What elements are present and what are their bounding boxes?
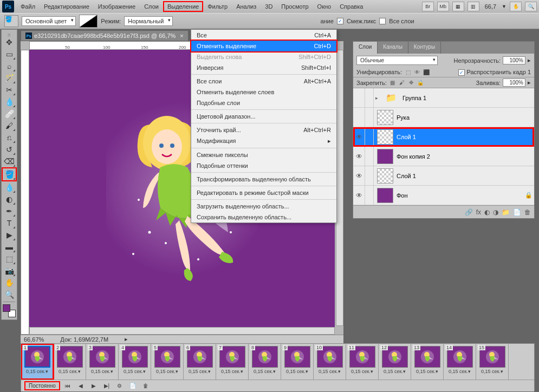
vertical-scrollbar[interactable] <box>336 50 343 326</box>
new-layer-icon[interactable]: 📄 <box>513 208 521 216</box>
opacity-input[interactable]: 100% <box>503 56 525 64</box>
visibility-toggle[interactable]: 👁 <box>353 147 365 166</box>
path-select-tool[interactable]: ▶ <box>3 229 16 241</box>
animation-frame[interactable]: 80,15 сек.▾ <box>249 344 281 380</box>
layer-name[interactable]: Фон копия 2 <box>397 153 534 160</box>
opacity-arrow-icon[interactable]: ▸ <box>528 57 531 64</box>
document-tab[interactable]: Ps e3210291db7caae998bd548e5b91e7f3.psd … <box>21 30 189 41</box>
color-swatches[interactable] <box>3 304 16 317</box>
menu-item[interactable]: Уточнить край...Alt+Ctrl+R <box>191 125 336 135</box>
marquee-tool[interactable]: ▭ <box>3 48 16 60</box>
all-layers-checkbox[interactable] <box>379 18 386 24</box>
zoom-status[interactable]: 66,67% <box>24 336 44 343</box>
prev-frame-button[interactable]: ◀ <box>75 382 86 390</box>
history-brush-tool[interactable]: ↺ <box>3 143 16 155</box>
close-tab-icon[interactable]: × <box>180 32 183 39</box>
link-col[interactable] <box>365 166 374 185</box>
visibility-toggle[interactable]: 👁 <box>353 127 365 146</box>
menu-просмотр[interactable]: Просмотр <box>277 1 313 12</box>
unify-visibility-icon[interactable]: 👁 <box>413 68 421 76</box>
menu-редактирование[interactable]: Редактирование <box>40 1 94 12</box>
play-button[interactable]: ▶ <box>88 382 99 390</box>
layer-row[interactable]: 👁Фон🔒 <box>353 186 534 205</box>
delete-frame-button[interactable]: 🗑 <box>140 382 151 390</box>
menu-item[interactable]: Редактировать в режиме быстрой маски <box>191 187 336 198</box>
frame-delay[interactable]: 0,15 сек.▾ <box>319 369 341 374</box>
layer-thumbnail[interactable] <box>377 110 393 125</box>
menu-item[interactable]: Отменить выделение слоев <box>191 87 336 97</box>
layer-name[interactable]: Слой 1 <box>397 134 534 140</box>
menu-фильтр[interactable]: Фильтр <box>203 1 232 12</box>
link-col[interactable] <box>365 127 374 146</box>
blur-tool[interactable]: 💧 <box>3 181 16 193</box>
layer-thumbnail[interactable] <box>377 129 393 145</box>
first-frame-button[interactable]: ⏮ <box>62 382 73 390</box>
next-frame-button[interactable]: ▶| <box>101 382 112 390</box>
layer-row[interactable]: ▸📁Группа 1 <box>353 88 534 108</box>
visibility-toggle[interactable]: 👁 <box>353 186 365 205</box>
animation-frame[interactable]: 20,15 сек.▾ <box>54 344 86 380</box>
contiguous-checkbox[interactable]: ✓ <box>337 18 343 24</box>
layer-name[interactable]: Группа 1 <box>402 95 534 101</box>
menu-изображение[interactable]: Изображение <box>94 1 140 12</box>
clone-stamp-tool[interactable]: ⎌ <box>3 132 16 143</box>
menu-справка[interactable]: Справка <box>335 1 367 12</box>
layer-thumbnail[interactable] <box>377 188 393 203</box>
animation-frame[interactable]: 60,15 сек.▾ <box>184 344 216 380</box>
frame-delay[interactable]: 0,15 сек.▾ <box>286 369 308 374</box>
animation-frame[interactable]: 90,15 сек.▾ <box>281 344 314 380</box>
tab-layers[interactable]: Слои <box>353 42 378 54</box>
frame-delay[interactable]: 0,15 сек.▾ <box>59 369 81 374</box>
layer-thumbnail[interactable] <box>377 149 393 164</box>
tab-channels[interactable]: Каналы <box>378 42 408 54</box>
menu-item[interactable]: Трансформировать выделенную область <box>191 174 336 185</box>
menu-item[interactable]: Сохранить выделенную область... <box>191 212 336 223</box>
arrange-button[interactable]: ▥ <box>467 2 479 11</box>
lock-position-icon[interactable]: ✥ <box>407 79 415 87</box>
ruler-vertical[interactable] <box>21 50 29 335</box>
animation-frame[interactable]: 70,15 сек.▾ <box>216 344 249 380</box>
menu-item[interactable]: Смежные пикселы <box>191 149 336 160</box>
animation-frame[interactable]: 140,15 сек.▾ <box>444 344 476 380</box>
menu-слои[interactable]: Слои <box>140 1 163 12</box>
animation-frame[interactable]: 30,15 сек.▾ <box>86 344 119 380</box>
animation-frame[interactable]: 40,15 сек.▾ <box>119 344 151 380</box>
brush-tool[interactable]: 🖌 <box>3 120 16 132</box>
frame-delay[interactable]: 0,15 сек.▾ <box>124 369 146 374</box>
3d-tool[interactable]: ⬚ <box>3 253 16 265</box>
fill-input[interactable]: 100% <box>503 79 525 87</box>
type-tool[interactable]: T <box>3 217 16 229</box>
crop-tool[interactable]: ✂ <box>3 84 16 96</box>
unify-style-icon[interactable]: ⬛ <box>423 68 430 76</box>
visibility-toggle[interactable]: 👁 <box>353 166 365 185</box>
menu-item[interactable]: ВсеCtrl+A <box>191 30 336 41</box>
new-frame-button[interactable]: 📄 <box>127 382 138 390</box>
layer-style-icon[interactable]: fx <box>476 208 481 216</box>
frame-delay[interactable]: 0,15 сек.▾ <box>26 369 48 374</box>
adjustment-layer-icon[interactable]: ◑ <box>493 208 498 216</box>
hand-button[interactable]: ✋ <box>510 2 522 11</box>
layer-name[interactable]: Рука <box>397 114 534 121</box>
zoom-button[interactable]: 🔍 <box>525 2 537 11</box>
frame-delay[interactable]: 0,15 сек.▾ <box>384 369 406 374</box>
quick-select-tool[interactable]: 🪄 <box>3 72 16 84</box>
animation-frame[interactable]: 10,15 сек.▾ <box>21 344 54 380</box>
fill-arrow-icon[interactable]: ▸ <box>528 79 531 86</box>
menu-item[interactable]: Цветовой диапазон... <box>191 111 336 122</box>
bridge-button[interactable]: Br <box>422 2 434 11</box>
unify-position-icon[interactable]: ⬚ <box>404 68 412 76</box>
tool-preset-picker[interactable]: 🪣 <box>4 15 18 27</box>
frame-delay[interactable]: 0,15 сек.▾ <box>481 369 503 374</box>
menu-item[interactable]: Подобные слои <box>191 97 336 108</box>
screen-mode-button[interactable]: ▦ <box>452 2 464 11</box>
tween-button[interactable]: ⚙ <box>114 382 125 390</box>
menu-item[interactable]: Подобные оттенки <box>191 160 336 171</box>
link-col[interactable] <box>365 88 374 107</box>
foreground-color[interactable] <box>3 304 10 312</box>
menu-item[interactable]: Загрузить выделенную область... <box>191 201 336 212</box>
menu-анализ[interactable]: Анализ <box>232 1 261 12</box>
blend-mode-dropdown[interactable]: Нормальный <box>124 16 173 26</box>
layer-name[interactable]: Фон <box>397 192 523 199</box>
animation-frame[interactable]: 50,15 сек.▾ <box>151 344 184 380</box>
lock-transparency-icon[interactable]: ▦ <box>389 79 397 87</box>
